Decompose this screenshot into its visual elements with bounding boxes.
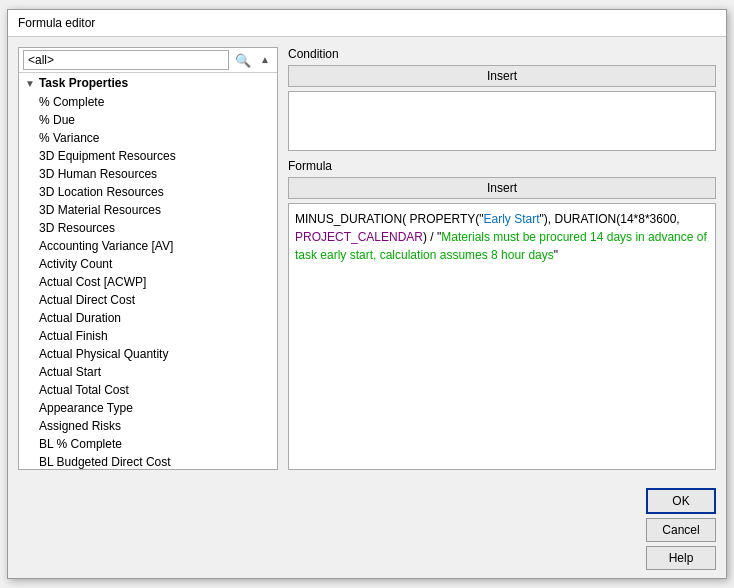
tree-item[interactable]: % Variance (19, 129, 277, 147)
ok-button[interactable]: OK (646, 488, 716, 514)
formula-editor-dialog: Formula editor 🔍 ▲ ▼ Task Properties (7, 9, 727, 579)
tree-item[interactable]: BL Budgeted Direct Cost (19, 453, 277, 469)
tree-root: ▼ Task Properties % Complete% Due% Varia… (19, 73, 277, 469)
tree-group-label: Task Properties (39, 76, 128, 90)
expand-icon: ▼ (25, 78, 35, 89)
tree-item[interactable]: Actual Cost [ACWP] (19, 273, 277, 291)
tree-item[interactable]: Activity Count (19, 255, 277, 273)
formula-content: MINUS_DURATION( PROPERTY("Early Start"),… (295, 212, 707, 262)
tree-item[interactable]: BL % Complete (19, 435, 277, 453)
tree-item[interactable]: Assigned Risks (19, 417, 277, 435)
formula-text-area[interactable]: MINUS_DURATION( PROPERTY("Early Start"),… (288, 203, 716, 470)
formula-insert-button[interactable]: Insert (288, 177, 716, 199)
condition-section: Condition Insert (288, 47, 716, 151)
tree-item[interactable]: Actual Start (19, 363, 277, 381)
tree-item[interactable]: Actual Physical Quantity (19, 345, 277, 363)
prop-project-calendar: PROJECT_CALENDAR (295, 230, 423, 244)
help-button[interactable]: Help (646, 546, 716, 570)
str-early-start: Early Start (484, 212, 540, 226)
condition-text-area[interactable] (288, 91, 716, 151)
tree-item[interactable]: % Due (19, 111, 277, 129)
tree-item[interactable]: 3D Material Resources (19, 201, 277, 219)
right-panel: Condition Insert Formula Insert MINUS_DU… (288, 47, 716, 470)
func-property: PROPERTY (406, 212, 475, 226)
tree-item[interactable]: Actual Direct Cost (19, 291, 277, 309)
tree-item[interactable]: 3D Equipment Resources (19, 147, 277, 165)
tree-item[interactable]: 3D Resources (19, 219, 277, 237)
dialog-title: Formula editor (18, 16, 95, 30)
tree-area[interactable]: ▼ Task Properties % Complete% Due% Varia… (19, 73, 277, 469)
scroll-up-button[interactable]: ▲ (257, 53, 273, 67)
tree-item[interactable]: Actual Total Cost (19, 381, 277, 399)
tree-items: % Complete% Due% Variance3D Equipment Re… (19, 93, 277, 469)
cancel-button[interactable]: Cancel (646, 518, 716, 542)
condition-insert-button[interactable]: Insert (288, 65, 716, 87)
tree-item[interactable]: Appearance Type (19, 399, 277, 417)
func-duration: DURATION (554, 212, 616, 226)
dialog-body: 🔍 ▲ ▼ Task Properties % Complete% Due% V… (8, 37, 726, 480)
formula-section: Formula Insert MINUS_DURATION( PROPERTY(… (288, 159, 716, 470)
tree-item[interactable]: 3D Location Resources (19, 183, 277, 201)
tree-item[interactable]: Actual Finish (19, 327, 277, 345)
tree-item[interactable]: Actual Duration (19, 309, 277, 327)
tree-group-header[interactable]: ▼ Task Properties (19, 73, 277, 93)
tree-item[interactable]: Accounting Variance [AV] (19, 237, 277, 255)
dialog-footer: OK Cancel Help (8, 480, 726, 578)
func-minus-duration: MINUS_DURATION (295, 212, 402, 226)
left-panel: 🔍 ▲ ▼ Task Properties % Complete% Due% V… (18, 47, 278, 470)
dialog-title-bar: Formula editor (8, 10, 726, 37)
condition-label: Condition (288, 47, 716, 61)
search-button[interactable]: 🔍 (231, 52, 255, 69)
search-bar: 🔍 ▲ (19, 48, 277, 73)
tree-item[interactable]: 3D Human Resources (19, 165, 277, 183)
formula-label: Formula (288, 159, 716, 173)
tree-item[interactable]: % Complete (19, 93, 277, 111)
search-input[interactable] (23, 50, 229, 70)
